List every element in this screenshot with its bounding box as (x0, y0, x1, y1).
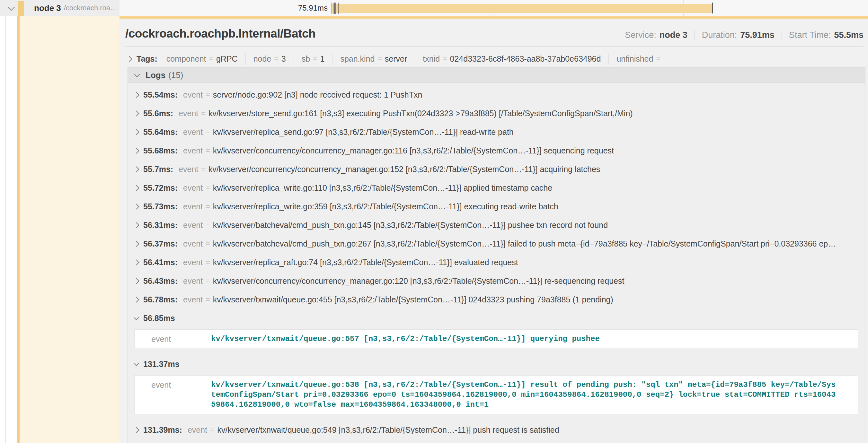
log-equals: = (206, 221, 210, 230)
log-row[interactable]: 55.73ms:event=kv/kvserver/replica_write.… (134, 197, 865, 216)
logs-section-header[interactable]: Logs (15) (128, 68, 865, 83)
log-field-value: kv/kvserver/batcheval/cmd_push_txn.go:14… (213, 220, 608, 230)
chevron-right-icon[interactable] (134, 241, 140, 246)
chevron-down-icon[interactable] (134, 360, 140, 366)
log-field-key: event (183, 220, 203, 230)
tag-equals: = (209, 55, 213, 63)
chevron-right-icon[interactable] (134, 92, 140, 98)
tag-item[interactable]: span.kind=server (340, 54, 407, 64)
tag-item[interactable]: unfinished= (617, 54, 663, 64)
log-row[interactable]: 55.6ms:event=kv/kvserver/store_send.go:1… (134, 104, 865, 123)
log-row[interactable]: 55.7ms:event=kv/kvserver/concurrency/con… (134, 160, 865, 178)
tag-item[interactable]: node=3 (253, 54, 286, 64)
tag-key: unfinished (617, 54, 653, 64)
log-row[interactable]: 55.64ms:event=kv/kvserver/replica_send.g… (134, 123, 865, 141)
logs-section: Logs (15) 55.54ms:event=server/node.go:9… (127, 67, 865, 443)
log-row[interactable]: 55.54ms:event=server/node.go:902 [n3] no… (134, 86, 865, 104)
tag-list: component=gRPCnode=3sb=1span.kind=server… (166, 53, 663, 65)
log-detail-table: eventkv/kvserver/txnwait/queue.go:538 [n… (134, 375, 858, 414)
tags-section-header[interactable]: Tags: component=gRPCnode=3sb=1span.kind=… (127, 52, 864, 66)
overview-item: Service:node 3 (625, 30, 687, 40)
log-field-value: kv/kvserver/replica_raft.go:74 [n3,s3,r6… (213, 258, 518, 267)
log-detail-row: eventkv/kvserver/txnwait/queue.go:538 [n… (134, 380, 858, 410)
log-field-value: kv/kvserver/txnwait/queue.go:455 [n3,s3,… (213, 295, 613, 304)
log-timestamp: 55.64ms: (143, 128, 178, 137)
chevron-right-icon[interactable] (134, 222, 140, 228)
timeline-row[interactable]: 75.91ms (120, 0, 868, 16)
tag-divider (609, 53, 609, 65)
overview-label: Duration: (702, 30, 737, 40)
tag-item[interactable]: component=gRPC (166, 54, 238, 64)
tags-label: Tags: (136, 54, 157, 64)
span-duration-bar[interactable] (332, 4, 713, 13)
span-color-strip (17, 16, 20, 443)
overview-label: Start Time: (789, 30, 831, 40)
chevron-down-icon[interactable] (8, 3, 15, 10)
log-row[interactable]: 56.37ms:event=kv/kvserver/batcheval/cmd_… (134, 234, 865, 253)
log-tick-marker (337, 3, 337, 14)
log-field-value: kv/kvserver/concurrency/concurrency_mana… (213, 146, 614, 156)
log-equals: = (206, 146, 210, 155)
log-field-value: kv/kvserver/txnwait/queue.go:549 [n3,s3,… (217, 425, 559, 435)
log-field-value: kv/kvserver/replica_send.go:97 [n3,s3,r6… (213, 128, 514, 137)
log-row[interactable]: 131.39ms:event=kv/kvserver/txnwait/queue… (134, 420, 865, 439)
span-duration-label: 75.91ms (298, 0, 328, 16)
log-equals: = (210, 426, 214, 434)
log-equals: = (201, 165, 205, 174)
chevron-right-icon[interactable] (134, 260, 140, 265)
tag-item[interactable]: txnid=024d3323-6c8f-4863-aa8b-37ab0e6349… (423, 54, 601, 64)
log-row[interactable]: 55.72ms:event=kv/kvserver/replica_write.… (134, 178, 865, 197)
chevron-right-icon[interactable] (134, 297, 140, 302)
log-row[interactable]: 55.68ms:event=kv/kvserver/concurrency/co… (134, 141, 865, 160)
log-equals: = (206, 202, 210, 211)
chevron-right-icon[interactable] (134, 427, 140, 433)
tag-divider (245, 53, 246, 65)
chevron-down-icon[interactable] (134, 314, 140, 320)
log-detail-table: eventkv/kvserver/txnwait/queue.go:557 [n… (134, 329, 858, 348)
log-field-key: event (183, 128, 203, 137)
chevron-right-icon[interactable] (134, 129, 140, 135)
title-divider (125, 46, 864, 46)
tag-value: 024d3323-6c8f-4863-aa8b-37ab0e63496d (450, 54, 601, 64)
chevron-right-icon[interactable] (134, 166, 140, 172)
log-field-value: kv/kvserver/replica_write.go:359 [n3,s3,… (213, 202, 558, 211)
log-field-value: kv/kvserver/replica_write.go:110 [n3,s3,… (213, 183, 553, 193)
overview-value: 55.5ms (834, 30, 864, 40)
log-field-value: server/node.go:902 [n3] node received re… (213, 90, 423, 100)
span-name-row[interactable]: node 3 /cockroach.roach… (0, 0, 120, 16)
log-timestamp: 56.78ms: (143, 295, 178, 304)
log-row[interactable]: 56.41ms:event=kv/kvserver/replica_raft.g… (134, 253, 865, 272)
chevron-down-icon[interactable] (134, 71, 140, 77)
tag-key: sb (302, 54, 310, 64)
chevron-right-icon[interactable] (134, 110, 140, 116)
log-row[interactable]: 56.31ms:event=kv/kvserver/batcheval/cmd_… (134, 216, 865, 234)
tag-value: 3 (281, 54, 286, 64)
log-row[interactable]: 56.85ms (134, 309, 865, 328)
log-field-value: kv/kvserver/concurrency/concurrency_mana… (209, 165, 600, 174)
log-detail-key: event (151, 334, 211, 344)
log-timestamp: 131.37ms (143, 360, 180, 369)
log-equals: = (206, 128, 210, 136)
log-row[interactable]: 131.37ms (134, 355, 865, 373)
chevron-right-icon[interactable] (134, 185, 140, 191)
logs-count: (15) (168, 70, 183, 80)
chevron-right-icon[interactable] (134, 148, 140, 154)
log-tick-marker (332, 3, 332, 14)
log-timestamp: 56.37ms: (143, 239, 178, 248)
log-field-key: event (179, 165, 198, 174)
overview-label: Service: (625, 30, 656, 40)
log-field-key: event (183, 276, 203, 286)
chevron-right-icon[interactable] (134, 204, 140, 209)
chevron-right-icon[interactable] (126, 56, 132, 62)
log-field-key: event (183, 295, 203, 304)
log-detail-key: event (151, 380, 211, 390)
overview-item: Start Time:55.5ms (789, 30, 864, 40)
tag-item[interactable]: sb=1 (302, 54, 325, 64)
log-row[interactable]: 56.78ms:event=kv/kvserver/txnwait/queue.… (134, 290, 865, 309)
log-equals: = (206, 295, 210, 304)
tag-divider (415, 53, 415, 65)
span-operation-name: /cockroach.roach… (64, 4, 120, 12)
log-row[interactable]: 56.43ms:event=kv/kvserver/concurrency/co… (134, 272, 865, 290)
log-field-value: kv/kvserver/store_send.go:161 [n3,s3] ex… (209, 109, 633, 118)
chevron-right-icon[interactable] (134, 278, 140, 284)
